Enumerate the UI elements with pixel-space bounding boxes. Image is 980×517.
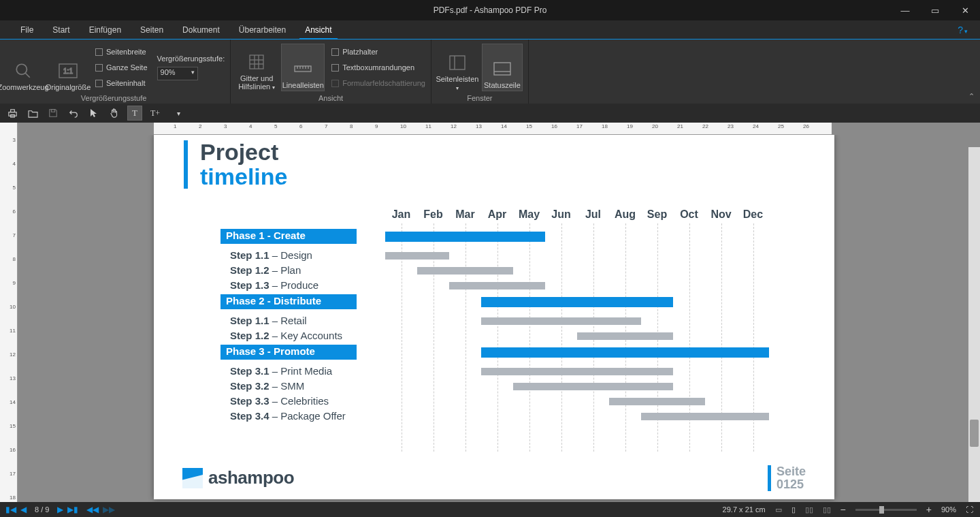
layout-facing-icon[interactable]: ▯▯ <box>805 505 813 514</box>
document-area[interactable]: Project timeline JanFebMarAprMayJunJulAu… <box>18 135 980 502</box>
save-tool[interactable] <box>46 106 60 120</box>
layout-continuous-icon[interactable]: ▭ <box>775 505 782 514</box>
original-size-label: Originalgröße <box>46 83 91 91</box>
menu-file[interactable]: File <box>11 20 43 40</box>
svg-rect-4 <box>250 55 263 69</box>
zoom-readout: 90% <box>941 505 956 514</box>
vertical-ruler: 3456789101112131415161718 <box>0 123 18 502</box>
platzhalter-checkbox[interactable]: Platzhalter <box>331 45 425 59</box>
minimize-button[interactable]: ― <box>890 0 920 20</box>
print-tool[interactable] <box>5 106 19 120</box>
month-label: Oct <box>673 208 705 221</box>
checkbox-icon <box>95 64 103 72</box>
next-page-button[interactable]: ▶ <box>57 505 63 514</box>
step-bar <box>449 282 545 289</box>
zoom-slider-thumb[interactable] <box>879 506 884 514</box>
logo-text: ashampoo <box>208 467 294 488</box>
close-button[interactable]: ✕ <box>950 0 980 20</box>
step-label: Step 3.1 – Print Media <box>230 365 332 377</box>
svg-point-0 <box>16 64 27 74</box>
step-bar <box>609 398 705 405</box>
zoom-tool-label: Zoomwerkzeug <box>0 83 49 91</box>
step-bar <box>385 252 449 260</box>
zoom-in-button[interactable]: + <box>926 504 932 515</box>
month-gridline <box>497 223 498 452</box>
zoom-level-label: Vergrößerungsstufe: <box>157 54 225 63</box>
seitenbreite-checkbox[interactable]: Seitenbreite <box>95 45 148 59</box>
svg-line-1 <box>25 73 30 78</box>
vertical-scrollbar[interactable] <box>968 147 980 502</box>
step-label: Step 1.1 – Design <box>230 249 312 261</box>
nav-fwd-button[interactable]: ▶▶ <box>103 505 115 514</box>
menu-seiten[interactable]: Seiten <box>131 20 173 40</box>
step-label: Step 3.3 – Celebrities <box>230 395 329 407</box>
checkbox-icon <box>95 48 103 56</box>
doc-title: Project timeline <box>184 140 287 189</box>
page-counter: 8 / 9 <box>31 505 53 514</box>
formularfeld-checkbox[interactable]: Formularfeldschattierung <box>331 76 425 91</box>
text-tool[interactable]: T <box>128 106 142 120</box>
menu-ueberarbeiten[interactable]: Überarbeiten <box>229 20 295 40</box>
fullscreen-button[interactable]: ⛶ <box>966 505 973 514</box>
month-label: May <box>513 208 545 221</box>
month-gridline <box>529 223 530 452</box>
svg-text:1:1: 1:1 <box>63 67 73 75</box>
step-label: Step 1.1 – Retail <box>230 315 307 326</box>
ganze-seite-checkbox[interactable]: Ganze Seite <box>95 61 148 75</box>
phase-header: Phase 2 - Distribute <box>220 294 357 309</box>
open-tool[interactable] <box>26 106 39 120</box>
layout-single-icon[interactable]: ▯ <box>791 505 796 514</box>
zoom-tool-button[interactable]: Zoomwerkzeug <box>3 44 44 91</box>
month-label: Jul <box>577 208 609 221</box>
sidebar-icon <box>448 53 467 72</box>
month-label: Jan <box>385 208 417 221</box>
workspace: 3456789101112131415161718 12345678910111… <box>0 123 980 502</box>
help-button[interactable]: ?▾ <box>958 25 968 35</box>
ribbon: Zoomwerkzeug 1:1 Originalgröße Seitenbre… <box>0 40 980 104</box>
zoom-level-combo[interactable]: 90% <box>157 67 198 80</box>
statusbar-icon <box>493 59 512 78</box>
sidebars-button[interactable]: Seitenleisten ▾ <box>437 44 478 91</box>
rulers-button[interactable]: Linealleisten <box>281 44 325 91</box>
original-size-button[interactable]: 1:1 Originalgröße <box>48 44 88 91</box>
svg-rect-15 <box>450 56 465 69</box>
menu-dokument[interactable]: Dokument <box>173 20 229 40</box>
select-tool[interactable] <box>87 106 101 120</box>
undo-tool[interactable] <box>67 106 80 120</box>
grid-button[interactable]: Gitter und Hilfslinien ▾ <box>236 44 277 91</box>
fenster-group-label: Fenster <box>437 93 523 102</box>
layout-book-icon[interactable]: ▯▯ <box>823 505 831 514</box>
menu-einfuegen[interactable]: Einfügen <box>80 20 131 40</box>
zoom-slider[interactable] <box>855 509 917 511</box>
menu-start[interactable]: Start <box>43 20 79 40</box>
svg-rect-17 <box>494 63 510 75</box>
qat-customize[interactable]: ▾ <box>172 106 185 120</box>
month-label: Sep <box>641 208 673 221</box>
grid-label: Gitter und Hilfslinien ▾ <box>236 74 277 91</box>
month-label: Nov <box>705 208 737 221</box>
statuszeile-button[interactable]: Statuszeile <box>482 44 523 91</box>
prev-page-button[interactable]: ◀ <box>20 505 27 514</box>
nav-back-button[interactable]: ◀◀ <box>86 505 99 514</box>
svg-rect-20 <box>10 109 14 112</box>
maximize-button[interactable]: ▭ <box>920 0 950 20</box>
step-label: Step 1.2 – Plan <box>230 264 301 276</box>
ribbon-collapse-button[interactable]: ⌃ <box>968 92 975 101</box>
menu-ansicht[interactable]: Ansicht <box>295 20 341 40</box>
grid-icon <box>247 52 266 72</box>
text-add-tool[interactable]: T+ <box>148 106 162 120</box>
scrollbar-thumb[interactable] <box>970 420 979 447</box>
first-page-button[interactable]: ▮◀ <box>5 505 16 514</box>
one-to-one-icon: 1:1 <box>59 61 78 80</box>
zoom-out-button[interactable]: − <box>840 504 846 515</box>
step-bar <box>417 267 513 275</box>
month-label: Apr <box>481 208 513 221</box>
last-page-button[interactable]: ▶▮ <box>67 505 78 514</box>
seiteninhalt-checkbox[interactable]: Seiteninhalt <box>95 76 148 91</box>
rulers-label: Linealleisten <box>282 81 324 89</box>
sidebars-label: Seitenleisten ▾ <box>436 75 478 91</box>
statuszeile-label: Statuszeile <box>484 81 521 89</box>
hand-tool[interactable] <box>108 106 121 120</box>
step-label: Step 1.2 – Key Accounts <box>230 330 342 341</box>
textboxumrandungen-checkbox[interactable]: Textboxumrandungen <box>331 61 425 75</box>
